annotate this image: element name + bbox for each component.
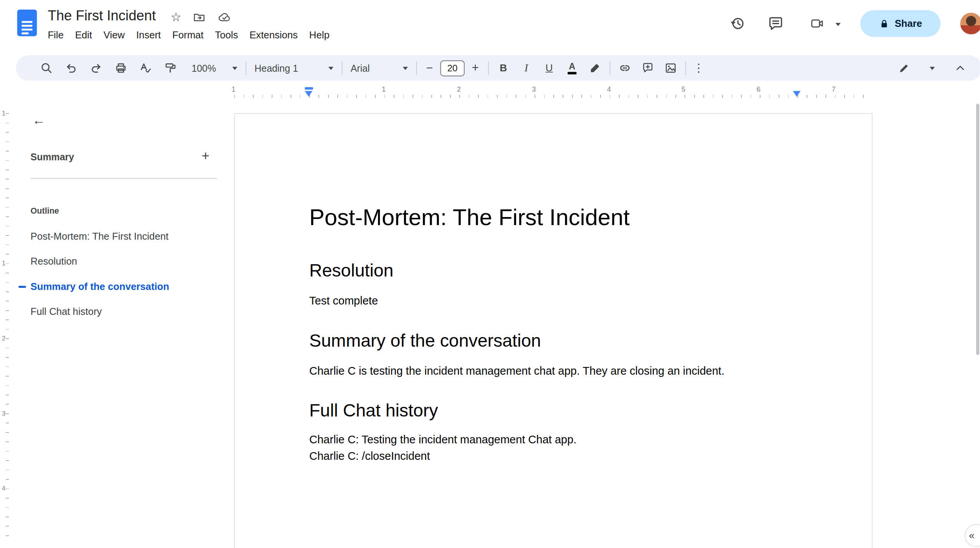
text-color-bar (568, 72, 576, 74)
ruler-ticks (234, 95, 872, 98)
hide-menus-chevron-icon[interactable] (949, 58, 972, 78)
menu-item-insert[interactable]: Insert (130, 27, 167, 43)
menu-bar: File Edit View Insert Format Tools Exten… (42, 27, 335, 43)
share-button[interactable]: Share (860, 10, 940, 37)
version-history-icon[interactable] (729, 15, 746, 32)
text-color-button[interactable]: A (561, 58, 584, 78)
print-icon[interactable] (108, 58, 133, 78)
doc-paragraph[interactable]: Charlie C is testing the incident manage… (309, 363, 724, 379)
toolbar-separator (342, 61, 343, 75)
outline-item[interactable]: Full Chat history (15, 299, 225, 324)
menu-item-file[interactable]: File (42, 27, 69, 43)
account-avatar[interactable] (960, 13, 980, 34)
document-page[interactable]: Post-Mortem: The First Incident Resoluti… (234, 113, 872, 548)
paragraph-style-value: Heading 1 (254, 63, 298, 73)
close-outline-arrow-icon[interactable]: ← (29, 111, 48, 130)
font-value: Arial (351, 63, 370, 73)
pencil-icon (898, 62, 910, 74)
ruler-number: 1 (2, 260, 5, 267)
current-position-dash (18, 286, 26, 288)
zoom-dropdown[interactable]: 100% (186, 58, 243, 78)
caret-down-icon (930, 66, 935, 69)
toolbar-separator (488, 61, 489, 75)
menu-item-format[interactable]: Format (167, 27, 209, 43)
move-folder-icon[interactable] (193, 11, 205, 23)
outline-list: Post-Mortem: The First Incident Resoluti… (15, 224, 225, 324)
doc-paragraph[interactable]: Charlie C: Testing the incident manageme… (309, 432, 576, 448)
italic-button[interactable]: I (515, 58, 538, 78)
insert-link-icon[interactable] (614, 58, 637, 78)
meet-video-icon[interactable] (809, 16, 825, 30)
menu-item-extensions[interactable]: Extensions (244, 27, 304, 43)
caret-down-icon (232, 66, 237, 69)
outline-item-label: Post-Mortem: The First Incident (31, 231, 169, 242)
google-docs-app: The First Incident ☆ File Edit View Inse… (0, 0, 980, 548)
add-summary-button[interactable]: + (197, 148, 214, 164)
toolbar-separator (685, 61, 686, 75)
ruler-number: 2 (2, 335, 5, 342)
vertical-ruler[interactable]: 1 1 2 3 4 (0, 102, 13, 548)
text-color-letter: A (569, 62, 576, 71)
left-indent-marker[interactable] (305, 91, 312, 97)
editing-mode-dropdown[interactable] (893, 58, 940, 78)
undo-icon[interactable] (59, 58, 84, 78)
outline-item[interactable]: Resolution (15, 249, 225, 274)
document-title[interactable]: The First Incident (48, 8, 156, 24)
outline-label: Outline (31, 206, 59, 216)
add-comment-icon[interactable] (636, 58, 659, 78)
outline-item[interactable]: Post-Mortem: The First Incident (15, 224, 225, 249)
doc-heading-2[interactable]: Summary of the conversation (309, 330, 541, 352)
outline-item-label: Resolution (31, 256, 77, 267)
ruler-number: 5 (681, 85, 685, 93)
collapse-panel-button[interactable]: « (965, 524, 980, 547)
menu-item-view[interactable]: View (98, 27, 130, 43)
summary-label: Summary (31, 151, 74, 162)
meet-dropdown-caret-icon[interactable] (835, 23, 840, 26)
doc-heading-2[interactable]: Full Chat history (309, 400, 438, 421)
share-label: Share (895, 18, 922, 29)
ruler-ticks (6, 113, 9, 540)
scrollbar[interactable] (976, 104, 979, 355)
insert-image-icon[interactable] (659, 58, 682, 78)
ruler-number: 2 (457, 85, 461, 93)
highlight-color-icon[interactable] (584, 58, 607, 78)
decrease-font-size-button[interactable]: − (420, 58, 439, 78)
ruler-number: 1 (2, 110, 5, 117)
spell-check-icon[interactable] (133, 58, 158, 78)
ruler-number: 4 (607, 85, 611, 93)
outline-item-active[interactable]: Summary of the conversation (15, 274, 225, 300)
ruler-number: 3 (2, 410, 5, 417)
font-dropdown[interactable]: Arial (346, 58, 413, 78)
outline-item-label: Full Chat history (31, 306, 102, 318)
docs-logo-icon[interactable] (17, 10, 37, 36)
doc-heading-1[interactable]: Post-Mortem: The First Incident (309, 204, 630, 231)
cloud-saved-icon[interactable] (218, 11, 231, 23)
doc-paragraph[interactable]: Test complete (309, 293, 378, 309)
more-options-icon[interactable]: ⋮ (689, 58, 708, 78)
doc-paragraph-group[interactable]: Charlie C: Testing the incident manageme… (309, 432, 576, 464)
doc-heading-2[interactable]: Resolution (309, 260, 393, 281)
outline-item-label: Summary of the conversation (31, 281, 169, 293)
menu-item-tools[interactable]: Tools (209, 27, 244, 43)
ruler-number: 4 (2, 485, 5, 492)
bold-button[interactable]: B (492, 58, 515, 78)
search-menus-icon[interactable] (34, 58, 59, 78)
paragraph-style-dropdown[interactable]: Heading 1 (249, 58, 338, 78)
divider (31, 178, 217, 179)
ruler-number: 3 (532, 85, 536, 93)
star-icon[interactable]: ☆ (170, 10, 181, 24)
underline-button[interactable]: U (538, 58, 561, 78)
increase-font-size-button[interactable]: + (466, 58, 485, 78)
first-line-indent-marker[interactable] (305, 87, 313, 89)
redo-icon[interactable] (83, 58, 108, 78)
toolbar-separator (416, 61, 417, 75)
menu-item-edit[interactable]: Edit (69, 27, 98, 43)
doc-paragraph[interactable]: Charlie C: /closeIncident (309, 448, 576, 464)
comments-icon[interactable] (767, 15, 784, 32)
menu-item-help[interactable]: Help (304, 27, 335, 43)
horizontal-ruler[interactable]: 1 1 2 3 4 5 6 7 (0, 83, 980, 99)
zoom-value: 100% (191, 63, 216, 73)
right-indent-marker[interactable] (793, 91, 800, 97)
font-size-input[interactable]: 20 (441, 60, 465, 76)
paint-format-icon[interactable] (158, 58, 183, 78)
